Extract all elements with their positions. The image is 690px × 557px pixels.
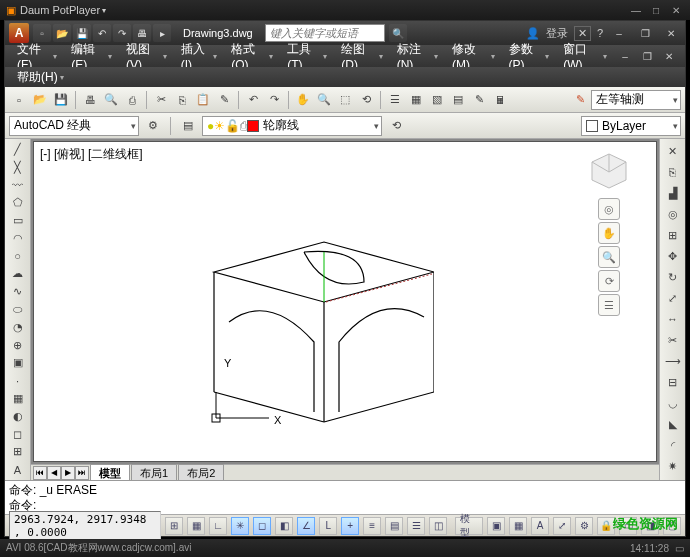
- tab-next-icon[interactable]: ▶: [61, 466, 75, 480]
- status-ducs-icon[interactable]: L: [319, 517, 337, 535]
- tb-match-icon[interactable]: ✎: [214, 90, 234, 110]
- tb-undo-icon[interactable]: ↶: [243, 90, 263, 110]
- tb-ssm-icon[interactable]: ▤: [448, 90, 468, 110]
- command-window[interactable]: 命令: _u ERASE 命令:: [5, 480, 685, 514]
- tool-mtext-icon[interactable]: A: [8, 461, 28, 478]
- color-combo[interactable]: ByLayer: [581, 116, 681, 136]
- tool-spline-icon[interactable]: ∿: [8, 283, 28, 300]
- tool-copy-icon[interactable]: ⎘: [663, 162, 683, 182]
- tab-first-icon[interactable]: ⏮: [33, 466, 47, 480]
- status-sc-icon[interactable]: ◫: [429, 517, 447, 535]
- status-lwt-icon[interactable]: ≡: [363, 517, 381, 535]
- layer-prop-icon[interactable]: ▤: [178, 116, 198, 136]
- workspace-gear-icon[interactable]: ⚙: [143, 116, 163, 136]
- tb-view-icon[interactable]: ✎: [570, 90, 590, 110]
- tool-insert-icon[interactable]: ⊕: [8, 337, 28, 354]
- tb-paste-icon[interactable]: 📋: [193, 90, 213, 110]
- tb-tp-icon[interactable]: ▧: [427, 90, 447, 110]
- tool-revcloud-icon[interactable]: ☁: [8, 266, 28, 283]
- player-max-button[interactable]: □: [648, 3, 664, 17]
- doc-close-button[interactable]: ✕: [659, 48, 679, 64]
- nav-pan-icon[interactable]: ✋: [598, 222, 620, 244]
- tab-layout1[interactable]: 布局1: [131, 464, 177, 481]
- tool-rotate-icon[interactable]: ↻: [663, 267, 683, 287]
- tool-fillet-icon[interactable]: ◜: [663, 435, 683, 455]
- tool-arc-icon[interactable]: ◠: [8, 230, 28, 247]
- status-otrack-icon[interactable]: ∠: [297, 517, 315, 535]
- tool-scale-icon[interactable]: ⤢: [663, 288, 683, 308]
- doc-min-button[interactable]: –: [615, 48, 635, 64]
- tool-ellipse-icon[interactable]: ⬭: [8, 301, 28, 318]
- tool-ellarc-icon[interactable]: ◔: [8, 319, 28, 336]
- tool-pline-icon[interactable]: 〰: [8, 177, 28, 194]
- tool-mirror-icon[interactable]: ▟: [663, 183, 683, 203]
- drawing-canvas[interactable]: [-] [俯视] [二维线框]: [33, 141, 657, 462]
- status-polar-icon[interactable]: ✳: [231, 517, 249, 535]
- tab-last-icon[interactable]: ⏭: [75, 466, 89, 480]
- tb-zoomprev-icon[interactable]: ⟲: [356, 90, 376, 110]
- status-snap-icon[interactable]: ⊞: [165, 517, 183, 535]
- tool-block-icon[interactable]: ▣: [8, 355, 28, 372]
- tb-new-icon[interactable]: ▫: [9, 90, 29, 110]
- tool-gradient-icon[interactable]: ◐: [8, 408, 28, 425]
- tool-region-icon[interactable]: ◻: [8, 426, 28, 443]
- tool-explode-icon[interactable]: ✷: [663, 456, 683, 476]
- cad-close-button[interactable]: ✕: [661, 25, 681, 41]
- status-qp-icon[interactable]: ☰: [407, 517, 425, 535]
- status-dyn-icon[interactable]: +: [341, 517, 359, 535]
- tb-pan-icon[interactable]: ✋: [293, 90, 313, 110]
- status-osnap-icon[interactable]: ◻: [253, 517, 271, 535]
- status-qv-icon[interactable]: ▦: [509, 517, 527, 535]
- tool-move-icon[interactable]: ✥: [663, 246, 683, 266]
- status-grid-icon[interactable]: ▦: [187, 517, 205, 535]
- coordinate-readout[interactable]: 2963.7924, 2917.9348 , 0.0000: [9, 511, 161, 541]
- tool-stretch-icon[interactable]: ↔: [663, 309, 683, 329]
- tb-dc-icon[interactable]: ▦: [406, 90, 426, 110]
- tb-props-icon[interactable]: ☰: [385, 90, 405, 110]
- status-tpy-icon[interactable]: ▤: [385, 517, 403, 535]
- tool-join-icon[interactable]: ◡: [663, 393, 683, 413]
- tab-model[interactable]: 模型: [90, 464, 130, 481]
- status-ws-icon[interactable]: ⚙: [575, 517, 593, 535]
- tb-copy-icon[interactable]: ⎘: [172, 90, 192, 110]
- tb-save-icon[interactable]: 💾: [51, 90, 71, 110]
- player-vol-icon[interactable]: ▭: [675, 543, 684, 554]
- viewcube[interactable]: [586, 148, 632, 194]
- cad-restore-button[interactable]: ❐: [635, 25, 655, 41]
- view-mode-combo[interactable]: 左等轴测: [591, 90, 681, 110]
- doc-restore-button[interactable]: ❐: [637, 48, 657, 64]
- tb-calc-icon[interactable]: 🖩: [490, 90, 510, 110]
- tab-layout2[interactable]: 布局2: [178, 464, 224, 481]
- status-view-icon[interactable]: ▣: [487, 517, 505, 535]
- tool-array-icon[interactable]: ⊞: [663, 225, 683, 245]
- layer-combo[interactable]: ● ☀ 🔓 ⎙ 轮廓线: [202, 116, 382, 136]
- menu-help[interactable]: 帮助(H)▾: [11, 67, 70, 88]
- player-close-button[interactable]: ✕: [668, 3, 684, 17]
- tool-polygon-icon[interactable]: ⬠: [8, 194, 28, 211]
- nav-wheel-icon[interactable]: ◎: [598, 198, 620, 220]
- tb-preview-icon[interactable]: 🔍: [101, 90, 121, 110]
- tool-xline-icon[interactable]: ╳: [8, 159, 28, 176]
- tb-zoom-icon[interactable]: 🔍: [314, 90, 334, 110]
- tool-chamfer-icon[interactable]: ◣: [663, 414, 683, 434]
- status-ann-icon[interactable]: A: [531, 517, 549, 535]
- help-icon[interactable]: ?: [597, 27, 603, 39]
- status-scale-icon[interactable]: ⤢: [553, 517, 571, 535]
- tool-rect-icon[interactable]: ▭: [8, 212, 28, 229]
- tb-publish-icon[interactable]: ⎙: [122, 90, 142, 110]
- tool-hatch-icon[interactable]: ▦: [8, 390, 28, 407]
- player-min-button[interactable]: —: [628, 3, 644, 17]
- status-ortho-icon[interactable]: ∟: [209, 517, 227, 535]
- status-3dosnap-icon[interactable]: ◧: [275, 517, 293, 535]
- tb-print-icon[interactable]: 🖶: [80, 90, 100, 110]
- tb-zoomwin-icon[interactable]: ⬚: [335, 90, 355, 110]
- tool-break-icon[interactable]: ⊟: [663, 372, 683, 392]
- tool-line-icon[interactable]: ╱: [8, 141, 28, 158]
- tab-prev-icon[interactable]: ◀: [47, 466, 61, 480]
- viewport-caption[interactable]: [-] [俯视] [二维线框]: [40, 146, 143, 163]
- tb-open-icon[interactable]: 📂: [30, 90, 50, 110]
- tb-redo-icon[interactable]: ↷: [264, 90, 284, 110]
- status-model-toggle[interactable]: 模型: [455, 517, 483, 535]
- tb-cut-icon[interactable]: ✂: [151, 90, 171, 110]
- tool-table-icon[interactable]: ⊞: [8, 444, 28, 461]
